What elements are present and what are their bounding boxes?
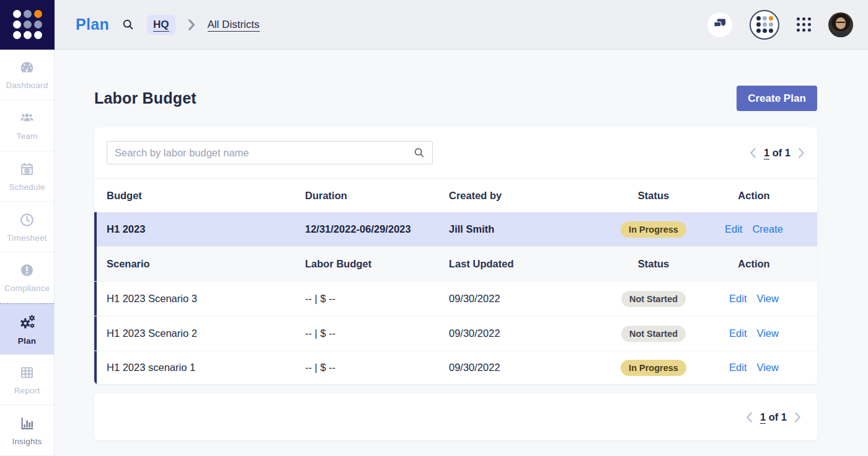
status-badge: In Progress [621,360,686,376]
org-switcher-button[interactable] [750,10,779,40]
scenario-last-updated: 09/30/2022 [449,362,604,373]
sidebar-item-insights[interactable]: Insights [0,405,54,456]
budget-duration: 12/31/2022-06/29/2023 [305,223,449,235]
scenario-labor-budget: -- | $ -- [305,328,449,339]
labor-budget-card: 1 of 1 Budget Duration Created by Status… [94,127,817,384]
sidebar-item-timesheet[interactable]: Timesheet [0,202,54,253]
scenario-labor-budget: -- | $ -- [305,362,449,373]
sidebar-item-schedule[interactable]: Schedule [0,151,54,202]
breadcrumb-all-districts[interactable]: All Districts [208,19,260,31]
column-header-last-updated: Last Updated [449,258,604,270]
create-link[interactable]: Create [752,223,783,235]
scenario-name: H1 2023 Scenario 3 [107,293,305,305]
budget-name: H1 2023 [107,223,305,235]
column-header-action: Action [703,190,805,202]
bar-chart-icon [19,415,35,432]
status-badge: Not Started [621,291,686,307]
table-grid-icon [19,364,35,381]
chevron-right-icon [188,19,195,30]
sidebar-item-dashboard[interactable]: Dashboard [0,50,54,101]
scenario-labor-budget: -- | $ -- [305,293,449,305]
edit-link[interactable]: Edit [729,328,746,339]
scenario-last-updated: 09/30/2022 [449,293,604,305]
team-icon [19,110,35,127]
column-header-duration: Duration [305,190,449,202]
clock-icon [19,212,35,228]
view-link[interactable]: View [756,328,778,339]
chevron-right-icon[interactable] [798,148,805,158]
sidebar-label: Plan [18,336,36,346]
search-input[interactable] [107,141,433,164]
column-header-budget: Budget [107,190,305,202]
edit-link[interactable]: Edit [729,362,746,373]
column-header-created-by: Created by [449,190,604,202]
page-title: Labor Budget [94,89,197,107]
apps-grid-icon[interactable] [797,17,811,32]
scenario-name: H1 2023 Scenario 2 [107,328,305,339]
sidebar-item-report[interactable]: Report [0,355,54,406]
chevron-right-icon[interactable] [794,412,801,422]
app-window: Plan HQ All Districts [0,0,868,456]
sidebar-label: Timesheet [7,233,46,243]
status-badge: In Progress [621,221,686,238]
chevron-left-icon[interactable] [746,412,753,422]
breadcrumb-org-chip[interactable]: HQ [147,15,175,35]
user-avatar[interactable] [828,12,853,37]
sidebar-item-compliance[interactable]: Compliance [0,253,54,303]
search-icon[interactable] [122,18,135,31]
column-header-labor-budget: Labor Budget [305,258,449,270]
sidebar-item-team[interactable]: Team [0,101,54,151]
footer-pagination-card: 1 of 1 [94,393,817,440]
calendar-icon [19,161,35,177]
column-header-status: Status [604,190,703,202]
edit-link[interactable]: Edit [725,223,742,235]
app-title: Plan [76,16,109,34]
sidebar-label: Insights [12,437,42,446]
sidebar-label: Report [14,386,40,395]
budget-created-by: Jill Smith [449,223,604,235]
sidebar-label: Dashboard [6,81,48,90]
org-logo-dots-icon [756,16,773,33]
create-plan-button[interactable]: Create Plan [737,86,817,111]
messages-button[interactable] [707,12,732,37]
column-header-status: Status [604,258,703,270]
sidebar: Dashboard Team Schedule [0,50,55,456]
column-header-scenario: Scenario [107,258,305,270]
budget-row-h1-2023[interactable]: H1 2023 12/31/2022-06/29/2023 Jill Smith… [94,212,817,246]
status-badge: Not Started [621,326,686,342]
brand-logo[interactable] [0,0,55,50]
page-indicator: 1 of 1 [760,411,787,423]
scenario-name: H1 2023 scenario 1 [107,362,305,373]
search-icon[interactable] [413,146,425,161]
alert-circle-icon [19,262,35,279]
view-link[interactable]: View [756,293,778,305]
scenario-row: H1 2023 scenario 1 -- | $ -- 09/30/2022 … [94,351,817,384]
bottom-pagination: 1 of 1 [746,411,801,423]
page-indicator: 1 of 1 [764,147,790,159]
sidebar-label: Schedule [9,182,45,192]
scenario-row: H1 2023 Scenario 2 -- | $ -- 09/30/2022 … [94,316,817,351]
main-content: Labor Budget Create Plan [55,50,868,456]
budget-table-header: Budget Duration Created by Status Action [94,178,817,212]
sidebar-item-plan[interactable]: Plan [0,303,54,355]
scenario-row: H1 2023 Scenario 3 -- | $ -- 09/30/2022 … [94,281,817,316]
scenario-last-updated: 09/30/2022 [449,328,604,339]
sidebar-label: Team [17,132,38,141]
chevron-left-icon[interactable] [750,148,756,158]
sidebar-label: Compliance [4,284,50,293]
column-header-action: Action [703,258,805,270]
scenario-table-header: Scenario Labor Budget Last Updated Statu… [94,246,817,281]
top-pagination: 1 of 1 [750,147,805,159]
chat-bubbles-icon [712,16,727,34]
brand-logo-dots-icon [13,10,42,39]
view-link[interactable]: View [756,362,778,373]
topbar: Plan HQ All Districts [0,0,868,50]
edit-link[interactable]: Edit [729,293,746,305]
dashboard-icon [19,59,35,76]
gears-icon [18,313,37,331]
